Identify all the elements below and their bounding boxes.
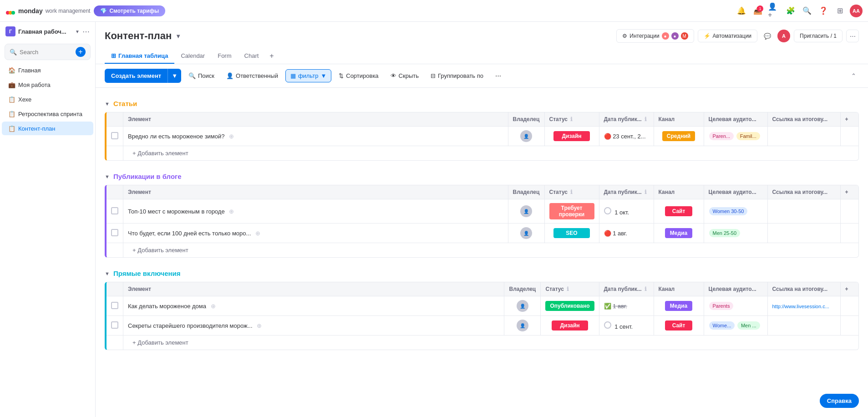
row-check-blog-0[interactable] [107, 199, 123, 224]
sidebar-item-xexe[interactable]: 📋 Хехе [2, 92, 93, 106]
row-status-live-0[interactable]: Опубликовано [541, 296, 599, 316]
automation-button[interactable]: ⚡ Автоматизации [698, 30, 757, 42]
row-check-live-1[interactable] [107, 316, 123, 336]
header-user-avatar[interactable]: А [777, 30, 790, 42]
row-item-blog-1[interactable]: Что будет, если 100 дней есть только мор… [123, 224, 508, 243]
row-check-articles-0[interactable] [107, 127, 123, 146]
row-channel-blog-0[interactable]: Сайт [654, 199, 704, 224]
add-subitem-icon-blog-1[interactable]: ⊕ [255, 230, 260, 237]
row-status-blog-1[interactable]: SEO [544, 224, 599, 243]
row-check-blog-1[interactable] [107, 224, 123, 243]
title-caret-icon[interactable]: ▼ [175, 33, 181, 40]
group-button[interactable]: ⊟ Группировать по [426, 70, 488, 82]
header-more-button[interactable]: ⋯ [846, 30, 859, 42]
row-link-live-0[interactable]: http://www.livesession.c... [767, 296, 840, 316]
tab-form[interactable]: Form [211, 49, 238, 64]
row-item-live-1[interactable]: Секреты старейшего производителя морож..… [123, 316, 504, 336]
date-info-icon-live[interactable]: ℹ [645, 286, 647, 292]
chat-icon[interactable]: 💬 [761, 30, 774, 42]
sidebar-item-content[interactable]: 📋 Контент-план [2, 122, 93, 135]
filter-button[interactable]: ▦ фильтр ▼ [285, 69, 331, 82]
tab-calendar[interactable]: Calendar [174, 49, 211, 64]
blog-table: Элемент Владелец Статус ℹ [107, 185, 858, 257]
add-item-label-articles[interactable]: + Добавить элемент [128, 147, 193, 159]
add-subitem-icon-live-0[interactable]: ⊕ [211, 303, 216, 310]
sidebar-add-button[interactable]: + [76, 47, 86, 57]
owner-button[interactable]: 👤 Ответственный [222, 70, 283, 82]
add-subitem-icon-live-1[interactable]: ⊕ [257, 322, 262, 329]
help-icon[interactable]: ❓ [817, 5, 830, 17]
toolbar-collapse-button[interactable]: ⌃ [848, 70, 859, 82]
logo-icon [5, 6, 15, 16]
row-item-articles-0[interactable]: Вредно ли есть мороженое зимой? ⊕ [123, 127, 508, 146]
add-item-label-live[interactable]: + Добавить элемент [128, 336, 193, 349]
status-info-icon-articles[interactable]: ℹ [570, 116, 573, 122]
add-subitem-icon-blog-0[interactable]: ⊕ [229, 208, 234, 215]
grid-icon[interactable]: ⊞ [833, 5, 846, 17]
add-subitem-icon[interactable]: ⊕ [229, 133, 234, 140]
workspace-header[interactable]: Г Главная рабоч... ▼ ⋯ [0, 22, 95, 41]
checkbox-icon[interactable] [111, 229, 118, 236]
sort-button[interactable]: ⇅ Сортировка [334, 70, 383, 82]
invite-icon[interactable]: 👤+ [768, 5, 781, 17]
svg-point-2 [11, 11, 15, 15]
apps-icon[interactable]: 🧩 [784, 5, 797, 17]
user-avatar[interactable]: АА [850, 5, 863, 17]
checkbox-icon[interactable] [111, 207, 118, 214]
checkbox-icon[interactable] [111, 321, 118, 329]
create-caret-icon[interactable]: ▼ [168, 69, 181, 83]
more-toolbar-button[interactable]: ⋯ [491, 70, 506, 82]
row-item-live-0[interactable]: Как делать мороженое дома ⊕ [123, 296, 504, 316]
search-icon[interactable]: 🔍 [801, 5, 813, 17]
create-element-button[interactable]: Создать элемент ▼ [105, 69, 181, 83]
group-title-blog[interactable]: Публикации в блоге [113, 173, 182, 180]
row-status-live-1[interactable]: Дизайн [541, 316, 599, 336]
status-info-icon-live[interactable]: ℹ [567, 286, 569, 292]
upgrade-button[interactable]: 💎 Смотреть тарифы [94, 5, 165, 16]
add-item-cell-live[interactable]: + Добавить элемент [123, 336, 859, 350]
group-collapse-icon-live[interactable]: ▼ [105, 271, 110, 276]
tab-main-table[interactable]: ⊞ Главная таблица [105, 49, 174, 64]
table-row: Топ-10 мест с мороженым в городе ⊕ 👤 Тре… [107, 199, 858, 224]
row-check-live-0[interactable] [107, 296, 123, 316]
status-info-icon-blog[interactable]: ℹ [570, 189, 573, 195]
tab-add-button[interactable]: + [265, 48, 278, 64]
checkbox-icon[interactable] [111, 132, 118, 139]
sidebar-item-home[interactable]: 🏠 Главная [2, 63, 93, 77]
workspace-more-icon[interactable]: ⋯ [82, 27, 90, 36]
search-button[interactable]: 🔍 Поиск [184, 70, 219, 82]
col-header-add-live[interactable]: + [840, 282, 858, 296]
row-channel-live-0[interactable]: Медиа [654, 296, 704, 316]
row-channel-live-1[interactable]: Сайт [654, 316, 704, 336]
group-collapse-icon-articles[interactable]: ▼ [105, 101, 110, 107]
help-button[interactable]: Справка [820, 394, 859, 408]
date-info-icon-blog[interactable]: ℹ [645, 189, 647, 195]
add-item-label-blog[interactable]: + Добавить элемент [128, 244, 193, 256]
date-info-icon-articles[interactable]: ℹ [645, 116, 647, 122]
invite-button[interactable]: Пригласить / 1 [794, 30, 843, 42]
group-collapse-icon-blog[interactable]: ▼ [105, 174, 110, 179]
checkbox-icon[interactable] [111, 302, 118, 309]
row-channel-articles-0[interactable]: Средний [654, 127, 704, 146]
col-header-add-blog[interactable]: + [840, 185, 858, 199]
inbox-icon[interactable]: 📥 1 [751, 5, 764, 17]
empty-circle-icon-live-1 [604, 321, 611, 329]
link-anchor-live-0[interactable]: http://www.livesession.c... [772, 304, 829, 309]
row-item-blog-0[interactable]: Топ-10 мест с мороженым в городе ⊕ [123, 199, 508, 224]
group-title-articles[interactable]: Статьи [113, 100, 137, 107]
integrations-button[interactable]: ⚙ Интеграции ● ● M [616, 29, 694, 43]
owner-avatar-blog-0: 👤 [520, 205, 532, 217]
row-status-articles-0[interactable]: Дизайн [544, 127, 599, 146]
tab-chart[interactable]: Chart [238, 49, 265, 64]
hide-button[interactable]: 👁 Скрыть [386, 70, 423, 82]
bell-icon[interactable]: 🔔 [735, 5, 748, 17]
col-header-add-articles[interactable]: + [840, 112, 858, 127]
row-status-blog-0[interactable]: Требует проверки [544, 199, 599, 224]
search-input[interactable] [20, 49, 71, 56]
add-item-cell-articles[interactable]: + Добавить элемент [123, 146, 859, 161]
sidebar-item-sprint[interactable]: 📋 Ретроспектива спринта [2, 107, 93, 121]
row-channel-blog-1[interactable]: Медиа [654, 224, 704, 243]
sidebar-item-mywork[interactable]: 💼 Моя работа [2, 78, 93, 92]
add-item-cell-blog[interactable]: + Добавить элемент [123, 243, 859, 258]
group-title-live[interactable]: Прямые включения [113, 270, 181, 277]
